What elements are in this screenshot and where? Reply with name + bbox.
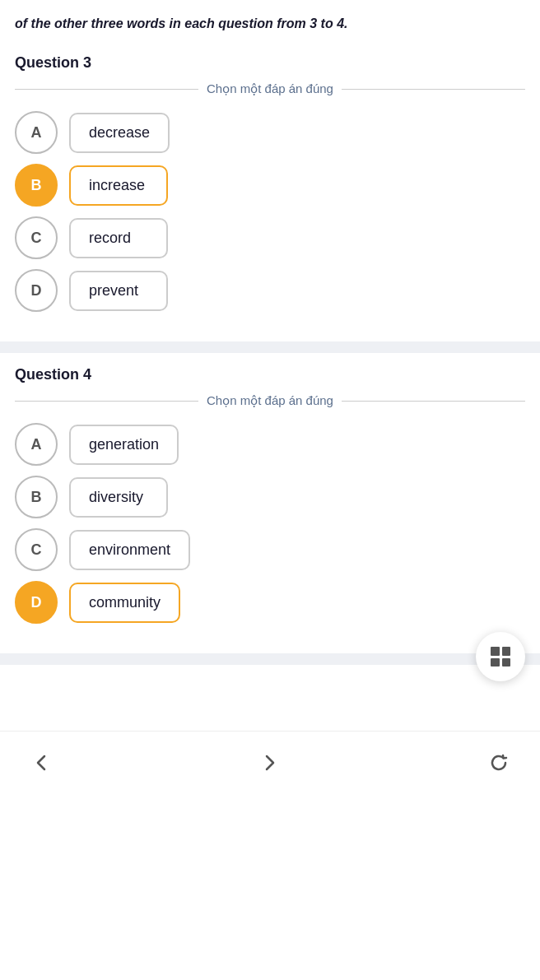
divider-line-left (15, 401, 198, 402)
footer-area (0, 665, 540, 731)
option-label-q3-C[interactable]: record (69, 218, 168, 258)
section-separator-0 (0, 341, 540, 353)
option-circle-q4-D[interactable]: D (15, 581, 58, 624)
option-circle-q4-B[interactable]: B (15, 476, 58, 518)
option-label-q4-A[interactable]: generation (69, 425, 179, 465)
options-list-q4: AgenerationBdiversityCenvironmentDcommun… (0, 423, 540, 634)
option-circle-q3-C[interactable]: C (15, 216, 58, 259)
divider-line-left (15, 89, 198, 90)
forward-button[interactable] (254, 746, 286, 779)
option-row-q3-D[interactable]: Dprevent (15, 269, 525, 312)
option-row-q3-A[interactable]: Adecrease (15, 111, 525, 154)
refresh-button[interactable] (482, 746, 515, 779)
option-label-q3-D[interactable]: prevent (69, 271, 168, 311)
section-separator-1 (0, 653, 540, 665)
divider-row-q4: Chọn một đáp án đúng (0, 393, 540, 408)
option-circle-q3-A[interactable]: A (15, 111, 58, 154)
option-label-q4-C[interactable]: environment (69, 530, 190, 570)
question-title-q3: Question 3 (0, 41, 540, 81)
divider-row-q3: Chọn một đáp án đúng (0, 81, 540, 96)
prompt-text-q4: Chọn một đáp án đúng (198, 393, 342, 408)
option-label-q4-D[interactable]: community (69, 583, 180, 623)
options-list-q3: AdecreaseBincreaseCrecordDprevent (0, 111, 540, 322)
option-row-q4-C[interactable]: Cenvironment (15, 528, 525, 571)
option-label-q4-B[interactable]: diversity (69, 477, 168, 518)
grid-fab-button[interactable] (476, 632, 525, 681)
divider-line-right (342, 401, 525, 402)
bottom-navigation (0, 731, 540, 794)
option-row-q4-D[interactable]: Dcommunity (15, 581, 525, 624)
option-row-q4-A[interactable]: Ageneration (15, 423, 525, 466)
intro-text: of the other three words in each questio… (0, 0, 540, 41)
divider-line-right (342, 89, 525, 90)
question-block-q4: Question 4 Chọn một đáp án đúng Agenerat… (0, 353, 540, 647)
question-block-q3: Question 3 Chọn một đáp án đúng Adecreas… (0, 41, 540, 335)
grid-icon (491, 647, 510, 666)
back-button[interactable] (25, 746, 58, 779)
option-label-q3-A[interactable]: decrease (69, 113, 170, 153)
prompt-text-q3: Chọn một đáp án đúng (198, 81, 342, 96)
option-row-q3-B[interactable]: Bincrease (15, 164, 525, 207)
option-circle-q4-C[interactable]: C (15, 528, 58, 571)
option-label-q3-B[interactable]: increase (69, 165, 168, 206)
option-circle-q3-B[interactable]: B (15, 164, 58, 207)
option-row-q3-C[interactable]: Crecord (15, 216, 525, 259)
option-circle-q3-D[interactable]: D (15, 269, 58, 312)
option-row-q4-B[interactable]: Bdiversity (15, 476, 525, 518)
question-title-q4: Question 4 (0, 353, 540, 393)
option-circle-q4-A[interactable]: A (15, 423, 58, 466)
